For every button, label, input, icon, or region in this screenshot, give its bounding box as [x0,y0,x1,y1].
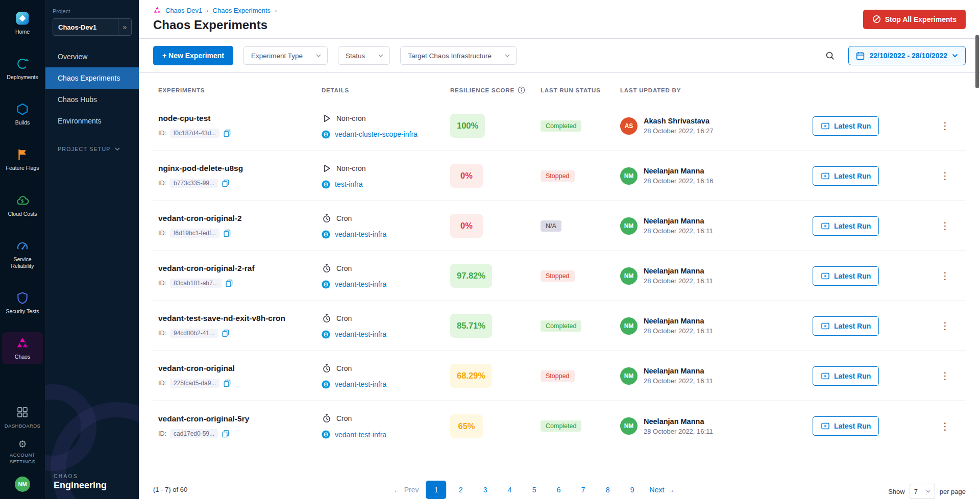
cron-icon [322,413,332,423]
row-menu-button[interactable]: ⋮ [935,418,955,434]
page-button-3[interactable]: 3 [475,481,496,499]
experiment-name[interactable]: node-cpu-test [158,114,322,123]
sidebar-item-home[interactable]: Home [2,7,43,39]
copy-icon[interactable] [223,129,231,137]
target-chaos-infrastructure-filter[interactable]: Target Chaos Infrastructure [400,46,517,65]
page-button-9[interactable]: 9 [622,481,643,499]
cron-icon [322,313,332,323]
latest-run-label: Latest Run [834,372,871,380]
page-button-7[interactable]: 7 [573,481,594,499]
experiment-type-filter[interactable]: Experiment Type [243,46,328,65]
sidebar-item-builds[interactable]: Builds [2,98,43,130]
toolbar: + New Experiment Experiment Type Status … [139,39,980,73]
latest-run-button[interactable]: Latest Run [813,316,879,336]
row-menu-button[interactable]: ⋮ [935,318,955,334]
experiment-name[interactable]: nginx-pod-delete-u8sg [158,164,322,173]
sidebar-item-label: ACCOUNT SETTINGS [1,452,44,465]
experiment-name[interactable]: vedant-cron-original-2-raf [158,264,322,273]
scrollbar-thumb[interactable] [975,35,979,88]
sidebar-item-chaos-experiments[interactable]: Chaos Experiments [45,67,139,89]
breadcrumb-separator: › [275,7,277,14]
prev-page-button[interactable]: ← Prev [390,482,422,498]
project-setup-toggle[interactable]: PROJECT SETUP [45,146,139,152]
sidebar-item-security-tests[interactable]: Security Tests [2,287,43,319]
latest-run-label: Latest Run [834,322,871,330]
project-selector-group: Project Chaos-Dev1 » [45,0,139,36]
sidebar-item-cloud-costs[interactable]: Cloud Costs [2,189,43,221]
sidebar-item-environments[interactable]: Environments [45,110,139,132]
sidebar-item-deployments[interactable]: Deployments [2,53,43,85]
breadcrumb-link-project[interactable]: Chaos-Dev1 [165,7,202,14]
copy-icon[interactable] [222,430,230,438]
copy-icon[interactable] [223,379,231,387]
page-button-8[interactable]: 8 [598,481,618,499]
latest-run-button[interactable]: Latest Run [813,366,879,386]
latest-run-button[interactable]: Latest Run [813,266,879,286]
updated-date: 28 October 2022, 16:11 [644,377,713,385]
sidebar-item-label: Service Reliability [3,256,42,269]
latest-run-button[interactable]: Latest Run [813,166,879,186]
experiment-row: vedant-cron-original-5ry ID: cad17ed0-59… [153,401,966,451]
project-expand-icon[interactable]: » [118,19,131,35]
page-size-select[interactable]: 7 [910,484,935,499]
date-range-button[interactable]: 22/10/2022 - 28/10/2022 [848,46,966,65]
run-icon [821,321,830,331]
schedule-type: Cron [336,414,352,422]
copy-icon[interactable] [223,229,231,237]
main-sidebar: Home Deployments Builds Feature Flags [0,0,45,499]
sidebar-item-dashboards[interactable]: DASHBOARDS [1,406,44,430]
infrastructure-link[interactable]: vedant-test-infra [335,230,386,238]
infrastructure-link[interactable]: vedant-test-infra [335,330,386,338]
copy-icon[interactable] [225,279,233,287]
breadcrumb-link-chaos-experiments[interactable]: Chaos Experiments [213,7,271,14]
latest-run-button[interactable]: Latest Run [813,416,879,436]
page-button-6[interactable]: 6 [549,481,569,499]
sidebar-item-label: Home [15,29,30,35]
new-experiment-button[interactable]: + New Experiment [153,46,233,65]
project-selector[interactable]: Chaos-Dev1 » [53,18,132,36]
arrow-right-icon: → [668,486,675,494]
sidebar-item-feature-flags[interactable]: Feature Flags [2,143,43,176]
chaos-icon [16,336,29,351]
resilience-score: 68.29% [450,364,492,388]
infrastructure-link[interactable]: vedant-test-infra [335,280,386,288]
latest-run-button[interactable]: Latest Run [813,216,879,236]
run-icon [821,271,830,281]
infrastructure-link[interactable]: vedant-cluster-scope-infra [335,130,418,138]
row-menu-button[interactable]: ⋮ [935,168,955,184]
experiment-name[interactable]: vedant-cron-original-2 [158,214,322,223]
infrastructure-link[interactable]: vedant-test-infra [335,380,386,388]
sidebar-item-service-reliability[interactable]: Service Reliability [2,235,43,273]
copy-icon[interactable] [222,179,230,187]
sidebar-item-overview[interactable]: Overview [45,46,139,67]
infrastructure-link[interactable]: vedant-test-infra [335,431,386,439]
page-button-1[interactable]: 1 [426,481,447,499]
updated-date: 28 October 2022, 16:11 [644,428,713,435]
sidebar-item-chaos[interactable]: Chaos [2,332,43,364]
latest-run-button[interactable]: Latest Run [813,116,879,136]
user-avatar[interactable]: NM [15,477,30,492]
row-menu-button[interactable]: ⋮ [935,218,955,234]
experiment-name[interactable]: vedant-cron-original [158,364,322,373]
chevron-down-icon [115,147,120,151]
search-button[interactable] [821,46,839,65]
next-page-button[interactable]: Next → [647,482,678,498]
row-menu-button[interactable]: ⋮ [935,118,955,134]
page-button-5[interactable]: 5 [524,481,545,499]
sidebar-item-account-settings[interactable]: ⚙ ACCOUNT SETTINGS [1,439,44,465]
status-filter[interactable]: Status [338,46,390,65]
infrastructure-link[interactable]: test-infra [335,180,362,188]
row-menu-button[interactable]: ⋮ [935,368,955,384]
row-menu-button[interactable]: ⋮ [935,268,955,284]
sidebar-bottom-group: DASHBOARDS ⚙ ACCOUNT SETTINGS NM [1,396,44,492]
copy-icon[interactable] [222,329,230,337]
stop-all-experiments-button[interactable]: Stop All Experiments [863,10,966,29]
status-badge: Completed [541,420,581,432]
project-name: Chaos-Dev1 [53,19,118,35]
page-button-4[interactable]: 4 [500,481,520,499]
sidebar-item-chaos-hubs[interactable]: Chaos Hubs [45,89,139,110]
sidebar-item-label: Security Tests [6,308,39,315]
experiment-name[interactable]: vedant-test-save-nd-exit-v8h-cron [158,314,322,323]
page-button-2[interactable]: 2 [451,481,471,499]
experiment-name[interactable]: vedant-cron-original-5ry [158,414,322,423]
